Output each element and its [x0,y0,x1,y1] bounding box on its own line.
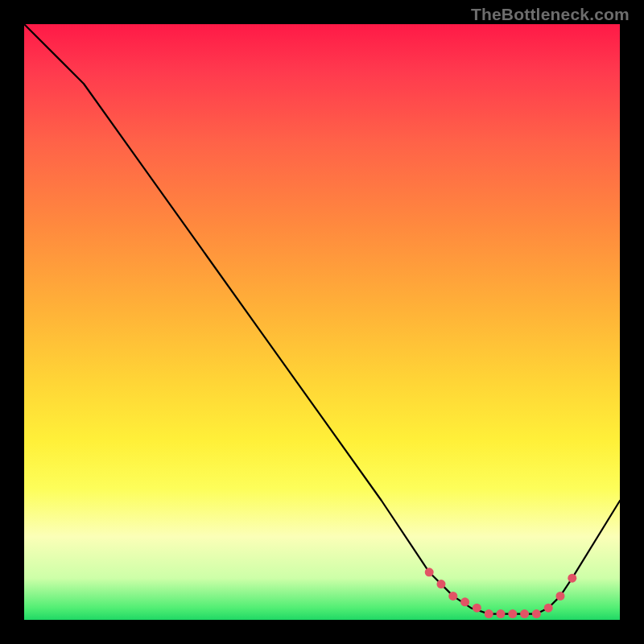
marker-dot [425,568,434,576]
curve-layer [24,24,620,620]
marker-dot [473,604,481,613]
chart-frame: TheBottleneck.com [0,0,644,644]
marker-dot [544,604,553,613]
marker-dot [532,609,541,618]
marker-dot [485,609,493,618]
marker-dot [508,609,517,618]
marker-dot [437,580,446,588]
plot-area [24,24,620,620]
marker-dot [448,592,457,601]
optimal-range-dots [425,568,577,618]
marker-dot [460,597,469,606]
marker-dot [556,592,565,601]
marker-dot [568,574,576,583]
bottleneck-curve [24,24,620,614]
watermark-text: TheBottleneck.com [471,5,630,24]
marker-dot [520,609,529,618]
marker-dot [497,609,506,618]
